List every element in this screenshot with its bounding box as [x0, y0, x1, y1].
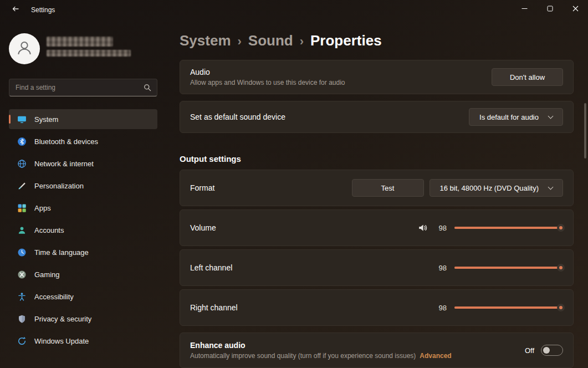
breadcrumb-separator: ›	[300, 33, 304, 49]
left-channel-title: Left channel	[190, 263, 232, 272]
sidebar-item-label: Gaming	[34, 270, 60, 279]
test-button[interactable]: Test	[352, 179, 424, 197]
format-value: 16 bit, 48000 Hz (DVD Quality)	[440, 184, 539, 192]
default-device-dropdown[interactable]: Is default for audio	[469, 108, 563, 126]
window-title: Settings	[31, 6, 55, 14]
right-channel-card: Right channel 98	[180, 289, 574, 326]
audio-subtitle: Allow apps and Windows to use this devic…	[190, 79, 345, 86]
sidebar-item-label: Time & language	[34, 248, 89, 257]
volume-slider[interactable]	[454, 222, 563, 234]
sidebar-item-label: Personalization	[34, 182, 84, 190]
sidebar-item-time-language[interactable]: Time & language	[9, 242, 157, 262]
person-icon	[15, 38, 34, 59]
toggle-knob	[543, 347, 550, 354]
sidebar-item-apps[interactable]: Apps	[9, 198, 157, 218]
left-channel-value: 98	[434, 264, 447, 272]
advanced-link[interactable]: Advanced	[420, 352, 451, 360]
search-input[interactable]	[9, 79, 157, 96]
sidebar-item-gaming[interactable]: Gaming	[9, 264, 157, 284]
format-title: Format	[190, 183, 214, 192]
slider-track[interactable]	[454, 267, 563, 269]
slider-track[interactable]	[454, 306, 563, 309]
close-button[interactable]	[563, 0, 588, 18]
minimize-icon	[521, 4, 528, 14]
user-avatar[interactable]	[9, 33, 40, 64]
page-title: Properties	[310, 32, 382, 49]
globe-icon	[17, 159, 27, 168]
sidebar-item-label: System	[34, 115, 58, 124]
left-channel-slider[interactable]	[454, 262, 563, 274]
slider-thumb[interactable]	[557, 264, 565, 272]
sidebar-item-windows-update[interactable]: Windows Update	[9, 331, 157, 351]
back-button[interactable]	[7, 3, 24, 17]
sidebar: System Bluetooth & devices Network & int…	[0, 20, 166, 368]
sidebar-item-personalization[interactable]: Personalization	[9, 176, 157, 196]
sidebar-item-label: Accessibility	[34, 293, 74, 301]
default-device-card: Set as default sound device Is default f…	[180, 101, 574, 133]
user-account-redacted	[47, 50, 131, 57]
sidebar-item-label: Network & internet	[34, 160, 94, 168]
settings-window: Settings	[0, 0, 588, 368]
slider-fill	[454, 227, 561, 229]
search-icon[interactable]	[143, 83, 152, 94]
enhance-audio-toggle[interactable]	[541, 345, 563, 356]
default-device-value: Is default for audio	[479, 113, 539, 121]
breadcrumb: System › Sound › Properties	[180, 32, 382, 49]
breadcrumb-separator: ›	[238, 33, 242, 49]
slider-thumb[interactable]	[557, 224, 565, 232]
audio-card: Audio Allow apps and Windows to use this…	[180, 60, 574, 94]
volume-title: Volume	[190, 223, 216, 232]
window-controls	[512, 0, 588, 18]
maximize-icon	[547, 4, 553, 14]
accounts-person-icon	[17, 225, 27, 235]
chevron-down-icon	[548, 113, 554, 119]
update-arrows-icon	[17, 336, 27, 346]
enhance-toggle-label: Off	[525, 346, 534, 355]
breadcrumb-sound[interactable]: Sound	[248, 32, 293, 49]
enhance-audio-card: Enhance audio Automatically improve soun…	[180, 333, 574, 368]
audio-title: Audio	[190, 68, 345, 76]
back-arrow-icon	[11, 4, 20, 16]
right-channel-slider[interactable]	[454, 301, 563, 314]
shield-icon	[17, 314, 27, 324]
paintbrush-icon	[17, 181, 27, 191]
right-channel-title: Right channel	[190, 303, 238, 312]
close-icon	[572, 4, 579, 14]
format-card: Format Test 16 bit, 48000 Hz (DVD Qualit…	[180, 170, 574, 206]
slider-thumb[interactable]	[557, 304, 565, 311]
speaker-icon	[418, 223, 428, 233]
enhance-audio-subtitle: Automatically improve sound quality (tur…	[190, 352, 416, 360]
maximize-button[interactable]	[537, 0, 563, 18]
sidebar-item-privacy-security[interactable]: Privacy & security	[9, 309, 157, 329]
system-icon	[17, 114, 27, 124]
sidebar-item-label: Privacy & security	[34, 315, 91, 323]
left-channel-card: Left channel 98	[180, 249, 574, 286]
sidebar-item-label: Accounts	[34, 226, 64, 234]
user-name-redacted	[47, 37, 113, 47]
sidebar-item-network-internet[interactable]: Network & internet	[9, 154, 157, 173]
format-dropdown[interactable]: 16 bit, 48000 Hz (DVD Quality)	[430, 179, 563, 197]
bluetooth-icon	[17, 136, 27, 146]
xbox-icon	[17, 269, 27, 279]
scrollbar-thumb[interactable]	[584, 103, 586, 159]
breadcrumb-system[interactable]: System	[180, 32, 231, 49]
sidebar-item-bluetooth-devices[interactable]: Bluetooth & devices	[9, 131, 157, 151]
default-device-title: Set as default sound device	[190, 113, 285, 121]
output-settings-header: Output settings	[180, 154, 241, 163]
sidebar-item-system[interactable]: System	[9, 109, 157, 129]
accessibility-person-icon	[17, 292, 27, 301]
slider-track[interactable]	[454, 227, 563, 229]
sidebar-nav: System Bluetooth & devices Network & int…	[9, 109, 157, 353]
apps-grid-icon	[17, 203, 27, 213]
sidebar-item-label: Windows Update	[34, 337, 89, 345]
sidebar-item-label: Apps	[34, 204, 51, 212]
chevron-down-icon	[548, 184, 554, 190]
volume-value: 98	[434, 224, 447, 232]
sidebar-item-accounts[interactable]: Accounts	[9, 220, 157, 240]
volume-card: Volume 98	[180, 209, 574, 246]
sidebar-item-accessibility[interactable]: Accessibility	[9, 287, 157, 306]
slider-fill	[454, 306, 561, 309]
minimize-button[interactable]	[512, 0, 537, 18]
sidebar-item-label: Bluetooth & devices	[34, 137, 98, 146]
dont-allow-button[interactable]: Don't allow	[492, 68, 563, 86]
